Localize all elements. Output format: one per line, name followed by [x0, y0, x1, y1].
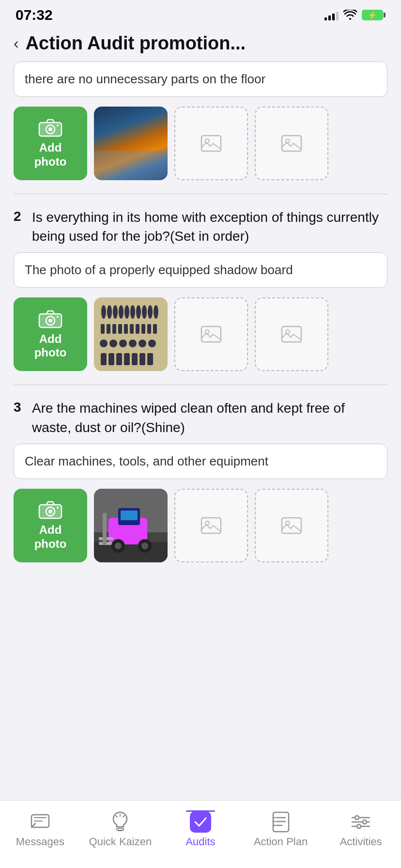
- svg-point-37: [139, 340, 146, 347]
- svg-rect-67: [201, 518, 221, 533]
- status-bar: 07:32 ⚡: [0, 0, 401, 27]
- photo-empty-2b[interactable]: [174, 297, 248, 371]
- photo-empty-2c[interactable]: [255, 297, 328, 371]
- image-placeholder-icon: [200, 326, 222, 343]
- bulb-icon: [109, 811, 131, 833]
- svg-point-33: [100, 340, 108, 347]
- svg-rect-46: [201, 326, 221, 342]
- question-section-1: there are no unnecessary parts on the fl…: [14, 62, 387, 180]
- svg-rect-62: [103, 513, 107, 544]
- nav-messages[interactable]: Messages: [0, 811, 80, 848]
- svg-rect-59: [121, 511, 138, 520]
- answer-field-1[interactable]: there are no unnecessary parts on the fl…: [14, 62, 387, 97]
- svg-point-14: [107, 305, 112, 319]
- answer-field-3[interactable]: Clear machines, tools, and other equipme…: [14, 444, 387, 479]
- nav-activities-label: Activities: [340, 836, 382, 848]
- svg-rect-29: [136, 324, 139, 334]
- active-tab-indicator: [186, 810, 215, 812]
- svg-rect-26: [118, 324, 122, 334]
- svg-point-13: [101, 305, 106, 319]
- back-button[interactable]: ‹: [14, 34, 19, 52]
- question-text-2: Is everything in its home with exception…: [32, 208, 387, 246]
- answer-field-2[interactable]: The photo of a properly equipped shadow …: [14, 252, 387, 288]
- svg-rect-30: [141, 324, 145, 334]
- svg-rect-25: [112, 324, 116, 334]
- question-section-2: 2 Is everything in its home with excepti…: [14, 208, 387, 371]
- svg-point-18: [130, 305, 135, 319]
- wifi-icon: [343, 10, 357, 20]
- nav-audits[interactable]: Audits: [160, 811, 241, 848]
- nav-quick-kaizen-label: Quick Kaizen: [89, 836, 152, 848]
- svg-rect-43: [132, 353, 138, 365]
- svg-line-75: [116, 816, 117, 817]
- photo-row-2: Addphoto: [14, 297, 387, 371]
- svg-point-89: [357, 824, 361, 828]
- nav-action-plan[interactable]: Action Plan: [241, 811, 321, 848]
- image-placeholder-icon: [281, 135, 302, 152]
- svg-rect-45: [147, 353, 153, 365]
- header: ‹ Action Audit promotion...: [0, 27, 401, 62]
- svg-rect-31: [147, 324, 151, 334]
- svg-rect-6: [282, 136, 301, 151]
- image-placeholder-icon: [200, 135, 222, 152]
- svg-rect-42: [124, 353, 130, 365]
- svg-point-66: [141, 542, 148, 549]
- svg-point-22: [154, 305, 158, 319]
- page-title: Action Audit promotion...: [26, 33, 246, 54]
- svg-rect-39: [101, 353, 107, 365]
- svg-rect-27: [124, 324, 128, 334]
- svg-rect-24: [107, 324, 110, 334]
- add-photo-label-2: Addphoto: [34, 332, 67, 360]
- photo-empty-1b[interactable]: [174, 107, 248, 180]
- photo-row-1: Addphoto: [14, 107, 387, 180]
- add-photo-button-3[interactable]: Addphoto: [14, 489, 87, 562]
- svg-point-17: [124, 305, 129, 319]
- svg-rect-44: [139, 353, 145, 365]
- bottom-nav: Messages Quick Kaizen Audits: [0, 800, 401, 868]
- sliders-icon: [350, 811, 371, 833]
- photo-thumb-1a[interactable]: [94, 107, 168, 180]
- photo-row-3: Addphoto: [14, 489, 387, 562]
- svg-point-21: [148, 305, 153, 319]
- svg-rect-69: [282, 518, 301, 533]
- nav-activities[interactable]: Activities: [321, 811, 401, 848]
- status-time: 07:32: [15, 7, 53, 23]
- photo-empty-1c[interactable]: [255, 107, 328, 180]
- question-number-3: 3: [14, 400, 26, 415]
- svg-point-34: [109, 340, 117, 347]
- image-placeholder-icon: [281, 326, 302, 343]
- add-photo-button-1[interactable]: Addphoto: [14, 107, 87, 180]
- photo-empty-3b[interactable]: [174, 489, 248, 562]
- svg-point-35: [119, 340, 127, 347]
- svg-point-87: [355, 816, 359, 820]
- svg-point-38: [148, 340, 156, 347]
- svg-point-64: [115, 542, 122, 549]
- svg-rect-23: [101, 324, 105, 334]
- svg-point-2: [48, 127, 52, 131]
- nav-action-plan-label: Action Plan: [254, 836, 308, 848]
- question-row-2: 2 Is everything in its home with excepti…: [14, 208, 387, 246]
- svg-point-53: [57, 507, 59, 509]
- nav-quick-kaizen[interactable]: Quick Kaizen: [80, 811, 161, 848]
- signal-icon: [324, 10, 339, 20]
- camera-icon: [38, 118, 62, 137]
- svg-rect-72: [117, 828, 123, 830]
- add-photo-label-1: Addphoto: [34, 141, 67, 169]
- status-icons: ⚡: [324, 10, 386, 20]
- photo-empty-3c[interactable]: [255, 489, 328, 562]
- svg-rect-56: [94, 542, 168, 562]
- photo-thumb-3a[interactable]: [94, 489, 168, 562]
- camera-icon: [38, 500, 62, 519]
- svg-point-16: [119, 305, 123, 319]
- check-icon: [190, 811, 211, 833]
- divider-2: [14, 385, 387, 385]
- camera-icon: [38, 309, 62, 328]
- tools-image: [94, 297, 168, 371]
- photo-thumb-2a[interactable]: [94, 297, 168, 371]
- battery-icon: ⚡: [362, 10, 386, 20]
- svg-point-20: [142, 305, 147, 319]
- svg-line-76: [123, 816, 124, 817]
- add-photo-button-2[interactable]: Addphoto: [14, 297, 87, 371]
- svg-point-3: [57, 124, 59, 126]
- svg-rect-41: [116, 353, 122, 365]
